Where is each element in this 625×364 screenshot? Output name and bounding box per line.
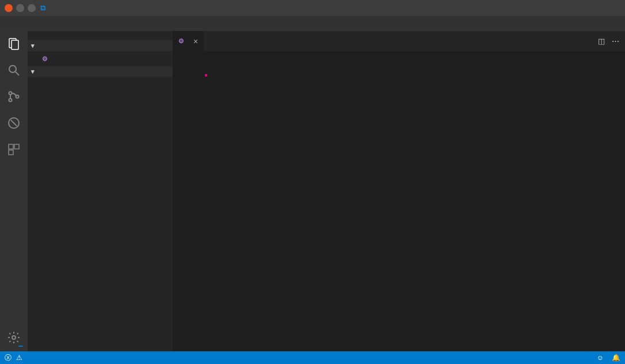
sidebar-explorer: ▾ ⚙ ▾ — [28, 31, 173, 351]
code-content[interactable] — [200, 51, 625, 351]
svg-rect-9 — [9, 144, 13, 149]
open-editors-header[interactable]: ▾ — [28, 40, 173, 51]
annotation-highlight-box — [205, 74, 207, 76]
extensions-icon[interactable] — [6, 141, 22, 158]
activity-bar — [0, 31, 28, 351]
window-controls — [5, 4, 36, 12]
project-header[interactable]: ▾ — [28, 66, 173, 77]
status-errors[interactable]: ⓧ ⚠ — [5, 353, 25, 363]
explorer-icon[interactable] — [6, 36, 22, 52]
editor-body[interactable] — [173, 51, 625, 351]
svg-point-4 — [9, 92, 12, 95]
file-tree — [28, 77, 173, 79]
chevron-down-icon: ▾ — [31, 42, 38, 49]
more-actions-icon[interactable]: ⋯ — [612, 37, 619, 45]
window-close-button[interactable] — [5, 4, 13, 12]
editor-area: ⚙ × ◫ ⋯ — [173, 31, 625, 351]
main-area: ▾ ⚙ ▾ ⚙ × ◫ ⋯ — [0, 31, 625, 351]
svg-line-8 — [11, 120, 17, 126]
minimap[interactable] — [573, 51, 625, 155]
settings-gear-icon[interactable] — [6, 329, 22, 346]
svg-rect-10 — [14, 144, 19, 149]
status-bar: ⓧ ⚠ ☺ 🔔 — [0, 351, 625, 364]
window-titlebar: ⧉ — [0, 0, 625, 16]
source-control-icon[interactable] — [6, 89, 22, 105]
line-number-gutter — [173, 51, 200, 351]
tab-actions: ◫ ⋯ — [598, 31, 625, 51]
svg-point-2 — [9, 66, 16, 72]
editor-tabbar: ⚙ × ◫ ⋯ — [173, 31, 625, 51]
split-editor-icon[interactable]: ◫ — [598, 37, 605, 45]
svg-point-12 — [12, 336, 16, 339]
open-editor-item[interactable]: ⚙ — [28, 52, 173, 65]
search-icon[interactable] — [6, 62, 22, 78]
svg-point-5 — [9, 99, 12, 102]
window-maximize-button[interactable] — [28, 4, 36, 12]
tab-settings-php[interactable]: ⚙ × — [173, 31, 204, 51]
window-minimize-button[interactable] — [16, 4, 24, 12]
status-feedback-icon[interactable]: ☺ — [597, 354, 604, 362]
settings-badge — [18, 346, 23, 347]
status-bell-icon[interactable]: 🔔 — [612, 354, 620, 362]
svg-line-3 — [16, 72, 19, 75]
svg-rect-1 — [12, 40, 18, 49]
chevron-down-icon: ▾ — [31, 68, 38, 75]
svg-rect-11 — [9, 150, 13, 155]
sidebar-title — [28, 31, 173, 40]
open-editors-tree: ⚙ — [28, 51, 173, 66]
warning-icon: ⚠ — [16, 354, 22, 362]
php-file-icon: ⚙ — [178, 37, 184, 45]
php-file-icon: ⚙ — [40, 54, 49, 63]
menubar — [0, 16, 625, 31]
debug-icon[interactable] — [6, 115, 22, 131]
close-icon[interactable]: × — [193, 37, 198, 46]
vscode-icon: ⧉ — [40, 3, 45, 13]
error-icon: ⓧ — [5, 353, 12, 363]
